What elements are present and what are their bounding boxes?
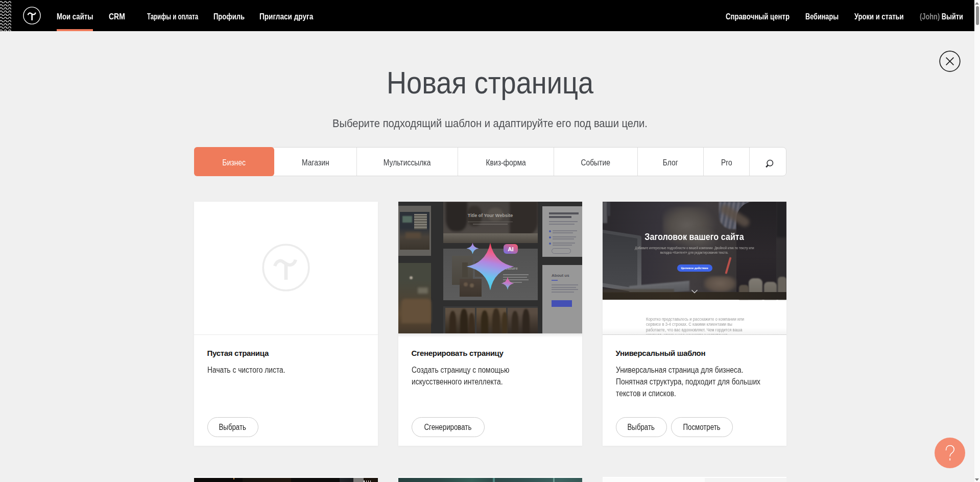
svg-text:AI: AI [508,246,514,252]
